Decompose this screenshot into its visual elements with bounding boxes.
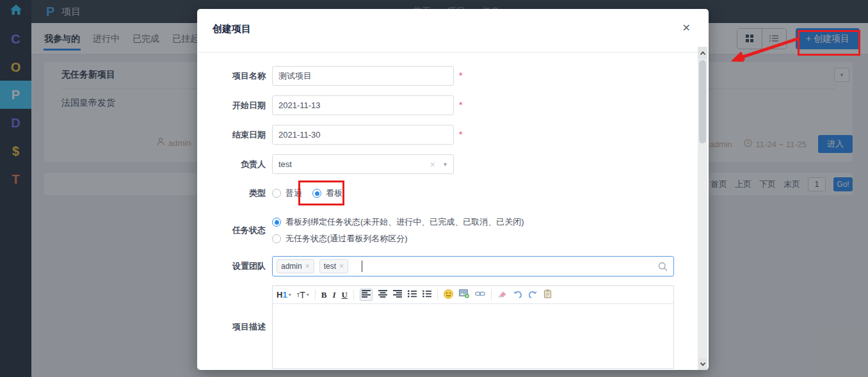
team-tag-admin: admin × (277, 259, 314, 273)
description-editor: H1▾ тT▾ B I U (272, 285, 674, 369)
align-right-button[interactable] (393, 290, 402, 300)
radio-icon (272, 234, 281, 243)
field-label: 任务状态 (197, 215, 266, 246)
app-page: C O P D $ T P 项目 首页 项目 任务 我参与的 进行中 已完成 已… (0, 0, 868, 377)
tag-close-icon[interactable]: × (339, 262, 344, 271)
toolbar-separator (315, 289, 316, 300)
field-label: 项目名称 (197, 66, 266, 86)
project-name-input[interactable] (272, 66, 454, 86)
clear-icon[interactable]: × (430, 159, 435, 170)
align-right-icon (393, 290, 402, 300)
chevron-down-icon: ▾ (307, 292, 309, 298)
eraser-icon (497, 290, 507, 300)
field-label: 类型 (197, 187, 266, 200)
chevron-down-icon: ▾ (289, 292, 291, 298)
underline-button[interactable]: U (342, 290, 348, 300)
modal-body: 项目名称 * 开始日期 * 结束日期 * (197, 53, 709, 370)
emoji-icon (444, 289, 453, 301)
field-label: 负责人 (197, 154, 266, 174)
ordered-list-button[interactable] (408, 290, 417, 300)
undo-icon (513, 290, 522, 300)
form-row-type: 类型 普通 看板 (197, 187, 342, 200)
search-icon (658, 262, 668, 274)
form-row-team: 设置团队 admin × test × (197, 256, 674, 277)
align-center-button[interactable] (378, 290, 387, 300)
align-left-icon (362, 290, 371, 300)
radio-icon (272, 189, 281, 198)
description-textarea[interactable] (273, 304, 673, 368)
required-asterisk: * (459, 66, 462, 86)
close-icon[interactable]: ✕ (682, 22, 691, 34)
radio-selected-icon (312, 189, 321, 198)
image-icon (459, 289, 469, 300)
tag-close-icon[interactable]: × (305, 262, 310, 271)
italic-button[interactable]: I (332, 290, 335, 300)
clipboard-icon (543, 289, 552, 300)
scroll-up-button[interactable] (698, 47, 707, 59)
form-row-task-status: 任务状态 看板列绑定任务状态(未开始、进行中、已完成、已取消、已关闭) 无任务状… (197, 215, 524, 246)
text-cursor (362, 261, 362, 272)
toolbar-separator (491, 289, 492, 300)
toolbar-separator (353, 289, 354, 300)
scroll-down-button[interactable] (698, 358, 707, 370)
field-label: 设置团队 (197, 256, 266, 277)
required-asterisk: * (459, 125, 462, 145)
radio-type-normal[interactable]: 普通 (272, 188, 302, 199)
link-icon (475, 290, 485, 300)
insert-image-button[interactable] (459, 289, 469, 300)
redo-button[interactable] (528, 290, 538, 300)
heading-button[interactable]: H1▾ (277, 290, 291, 300)
editor-toolbar: H1▾ тT▾ B I U (273, 286, 673, 304)
field-label: 结束日期 (197, 125, 266, 145)
paste-button[interactable] (543, 289, 552, 300)
scrollbar-thumb[interactable] (699, 60, 706, 143)
chevron-down-icon (700, 360, 705, 365)
owner-select[interactable]: test × ▾ (272, 154, 454, 174)
required-asterisk: * (459, 95, 462, 115)
bullet-list-button[interactable] (422, 290, 431, 300)
modal-scrollbar[interactable] (698, 47, 707, 370)
redo-icon (528, 290, 538, 300)
create-project-modal: 创建项目 ✕ 项目名称 * 开始日期 * 结束日期 (197, 9, 709, 370)
radio-type-kanban[interactable]: 看板 (312, 188, 342, 199)
owner-select-value: test (278, 159, 292, 169)
chevron-down-icon: ▾ (444, 161, 447, 168)
team-input[interactable]: admin × test × (272, 256, 674, 277)
form-row-description: 项目描述 H1▾ тT▾ B I U (197, 285, 674, 369)
align-left-button[interactable] (360, 289, 373, 301)
field-label: 项目描述 (197, 285, 266, 369)
undo-button[interactable] (513, 290, 522, 300)
modal-header: 创建项目 ✕ (197, 9, 709, 52)
insert-link-button[interactable] (475, 290, 485, 300)
form-row-owner: 负责人 test × ▾ (197, 154, 454, 174)
chevron-up-icon (700, 51, 705, 56)
ordered-list-icon (408, 290, 417, 300)
font-size-button[interactable]: тT▾ (297, 290, 309, 300)
start-date-input[interactable] (272, 95, 454, 115)
bullet-list-icon (422, 290, 431, 300)
toolbar-separator (437, 289, 438, 300)
form-row-start-date: 开始日期 * (197, 95, 462, 115)
radio-selected-icon (272, 218, 281, 227)
team-tag-test: test × (319, 259, 348, 273)
radio-status-bound[interactable]: 看板列绑定任务状态(未开始、进行中、已完成、已取消、已关闭) (272, 215, 524, 229)
form-row-end-date: 结束日期 * (197, 125, 462, 145)
end-date-input[interactable] (272, 125, 454, 145)
align-center-icon (378, 290, 387, 300)
bold-button[interactable]: B (321, 290, 327, 300)
modal-title: 创建项目 (213, 23, 251, 35)
radio-status-none[interactable]: 无任务状态(通过看板列名称区分) (272, 232, 408, 246)
emoji-button[interactable] (444, 289, 453, 301)
field-label: 开始日期 (197, 95, 266, 115)
eraser-button[interactable] (497, 290, 507, 300)
form-row-name: 项目名称 * (197, 66, 462, 86)
